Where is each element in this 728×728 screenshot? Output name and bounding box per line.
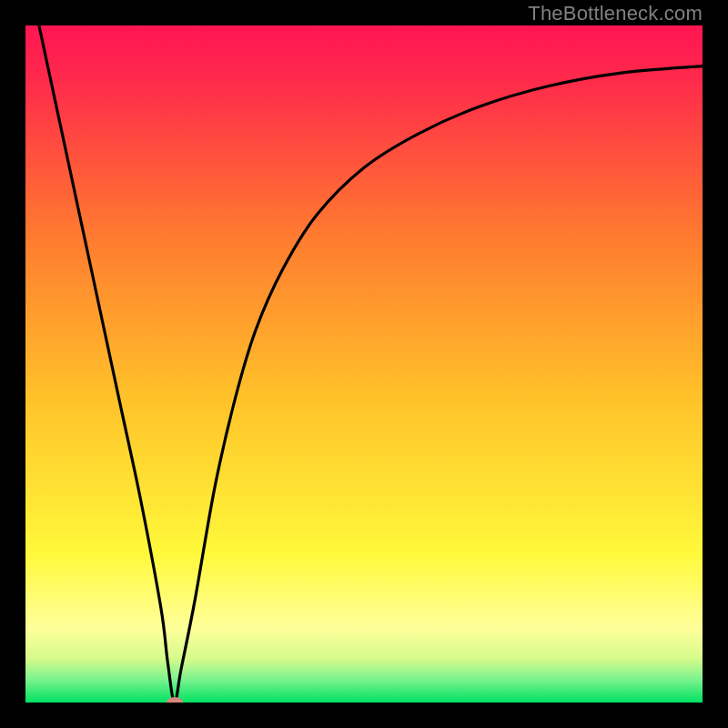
plot-area xyxy=(25,25,703,703)
chart-frame: TheBottleneck.com xyxy=(0,0,728,728)
bottleneck-curve xyxy=(25,25,703,703)
minimum-marker xyxy=(167,697,183,703)
watermark-text: TheBottleneck.com xyxy=(528,2,703,25)
